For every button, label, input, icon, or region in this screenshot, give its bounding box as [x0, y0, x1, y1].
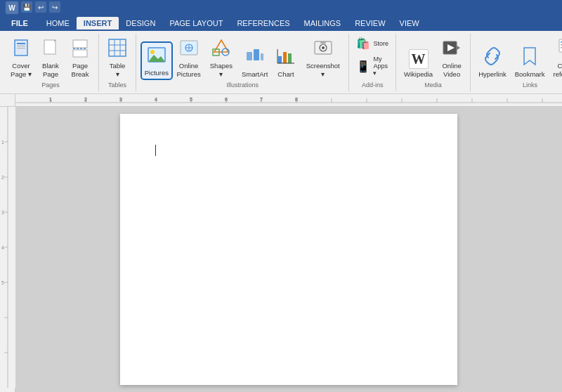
pages-group-label: Pages — [41, 80, 60, 89]
blank-page-button[interactable]: BlankPage — [37, 37, 65, 80]
bookmark-button[interactable]: Bookmark — [511, 44, 549, 80]
online-pictures-label: OnlinePictures — [176, 62, 200, 78]
page-break-label: PageBreak — [72, 62, 89, 78]
svg-rect-8 — [73, 50, 87, 57]
svg-text:4: 4 — [155, 97, 157, 102]
online-pictures-icon — [179, 38, 199, 60]
bookmark-icon — [520, 46, 540, 69]
cross-reference-button[interactable]: Cross-reference — [550, 36, 562, 80]
illustrations-items: Pictures OnlinePictures — [140, 35, 344, 80]
svg-marker-37 — [456, 45, 460, 51]
main-area: 1 2 3 4 5 — [0, 107, 562, 392]
svg-text:2: 2 — [1, 175, 4, 180]
word-icon: W — [6, 1, 18, 14]
pictures-label: Pictures — [145, 69, 169, 77]
screenshot-button[interactable]: Screenshot ▾ — [301, 36, 344, 80]
svg-point-15 — [150, 50, 155, 54]
my-apps-button[interactable]: 📱 My Apps ▾ — [353, 54, 391, 78]
svg-rect-6 — [73, 40, 87, 48]
document-page[interactable] — [120, 114, 457, 385]
pages-items: CoverPage ▾ BlankPage — [7, 35, 94, 80]
online-video-label: OnlineVideo — [442, 62, 461, 78]
svg-marker-21 — [214, 40, 228, 52]
svg-rect-24 — [247, 52, 252, 60]
svg-rect-4 — [44, 40, 55, 54]
save-icon[interactable]: 💾 — [21, 1, 32, 13]
store-button[interactable]: 🛍️ Store — [353, 35, 391, 51]
tab-view[interactable]: VIEW — [393, 17, 426, 30]
table-button[interactable]: Table ▾ — [103, 36, 131, 80]
svg-rect-5 — [54, 40, 55, 41]
my-apps-icon: 📱 — [356, 60, 370, 73]
tab-design[interactable]: DESIGN — [119, 17, 162, 30]
shapes-icon — [211, 38, 231, 60]
page-break-icon — [72, 39, 88, 60]
ribbon-group-addins: 🛍️ Store 📱 My Apps ▾ Add-ins — [349, 34, 396, 91]
hyperlink-icon — [483, 46, 502, 69]
svg-rect-3 — [17, 48, 25, 48]
ribbon-group-tables: Table ▾ Tables — [99, 34, 136, 91]
svg-text:1: 1 — [49, 97, 52, 102]
svg-text:2: 2 — [84, 97, 87, 102]
svg-rect-40 — [559, 39, 562, 52]
smartart-button[interactable]: SmartArt — [239, 44, 270, 80]
svg-text:1: 1 — [1, 140, 4, 145]
ruler-vertical: 1 2 3 4 5 — [0, 107, 15, 392]
chart-label: Chart — [277, 70, 294, 78]
shapes-button[interactable]: Shapes ▾ — [204, 36, 237, 80]
online-video-button[interactable]: OnlineVideo — [438, 36, 466, 80]
svg-rect-27 — [278, 56, 282, 63]
undo-icon[interactable]: ↩ — [35, 1, 46, 13]
links-group-label: Links — [523, 80, 537, 89]
media-items: W Wikipedia OnlineVideo — [400, 35, 466, 80]
my-apps-label: My Apps ▾ — [373, 55, 388, 77]
menu-tabs: HOME INSERT DESIGN PAGE LAYOUT REFERENCE… — [39, 17, 426, 30]
bookmark-label: Bookmark — [515, 70, 545, 78]
tab-insert[interactable]: INSERT — [77, 17, 119, 30]
svg-text:5: 5 — [190, 97, 192, 102]
wikipedia-button[interactable]: W Wikipedia — [400, 47, 436, 80]
svg-point-34 — [322, 46, 325, 49]
tab-review[interactable]: REVIEW — [348, 17, 392, 30]
pictures-button[interactable]: Pictures — [140, 41, 173, 80]
screenshot-icon — [313, 38, 333, 60]
tab-mailings[interactable]: MAILINGS — [297, 17, 348, 30]
text-cursor — [155, 145, 156, 156]
svg-rect-35 — [320, 41, 326, 44]
illustrations-group-label: Illustrations — [226, 80, 259, 89]
tables-items: Table ▾ — [103, 35, 131, 80]
svg-rect-2 — [17, 46, 25, 46]
wikipedia-icon: W — [409, 49, 429, 69]
svg-rect-46 — [15, 94, 562, 106]
hyperlink-label: Hyperlink — [478, 70, 507, 78]
blank-page-label: BlankPage — [42, 62, 59, 78]
tab-page-layout[interactable]: PAGE LAYOUT — [162, 17, 230, 30]
ribbon: CoverPage ▾ BlankPage — [0, 31, 562, 94]
cover-page-button[interactable]: CoverPage ▾ — [7, 37, 35, 80]
ribbon-group-pages: CoverPage ▾ BlankPage — [3, 34, 99, 91]
page-break-button[interactable]: PageBreak — [66, 37, 94, 80]
hyperlink-button[interactable]: Hyperlink — [475, 44, 510, 80]
title-bar-icons: W 💾 ↩ ↪ — [6, 1, 60, 14]
tab-home[interactable]: HOME — [39, 17, 77, 30]
cross-reference-label: Cross-reference — [554, 62, 562, 78]
ruler-horizontal: 1 2 3 4 5 6 7 8 — [15, 94, 562, 106]
ruler-corner — [0, 94, 15, 106]
chart-button[interactable]: Chart — [272, 44, 300, 80]
media-group-label: Media — [424, 80, 442, 89]
ruler: 1 2 3 4 5 6 7 8 — [0, 94, 562, 107]
links-items: Hyperlink Bookmark — [475, 35, 562, 80]
chart-icon — [276, 46, 296, 69]
svg-text:7: 7 — [260, 97, 263, 102]
ribbon-group-illustrations: Pictures OnlinePictures — [136, 34, 349, 91]
table-label: Table ▾ — [107, 62, 128, 78]
file-tab[interactable]: FILE — [3, 17, 37, 30]
cross-reference-icon — [558, 38, 562, 60]
redo-icon[interactable]: ↪ — [49, 1, 60, 13]
online-pictures-button[interactable]: OnlinePictures — [174, 36, 204, 80]
shapes-label: Shapes ▾ — [208, 62, 234, 78]
tab-references[interactable]: REFERENCES — [230, 17, 296, 30]
addins-items: 🛍️ Store 📱 My Apps ▾ — [353, 35, 391, 80]
cover-page-label: CoverPage ▾ — [11, 62, 32, 78]
document-area[interactable] — [15, 107, 562, 392]
